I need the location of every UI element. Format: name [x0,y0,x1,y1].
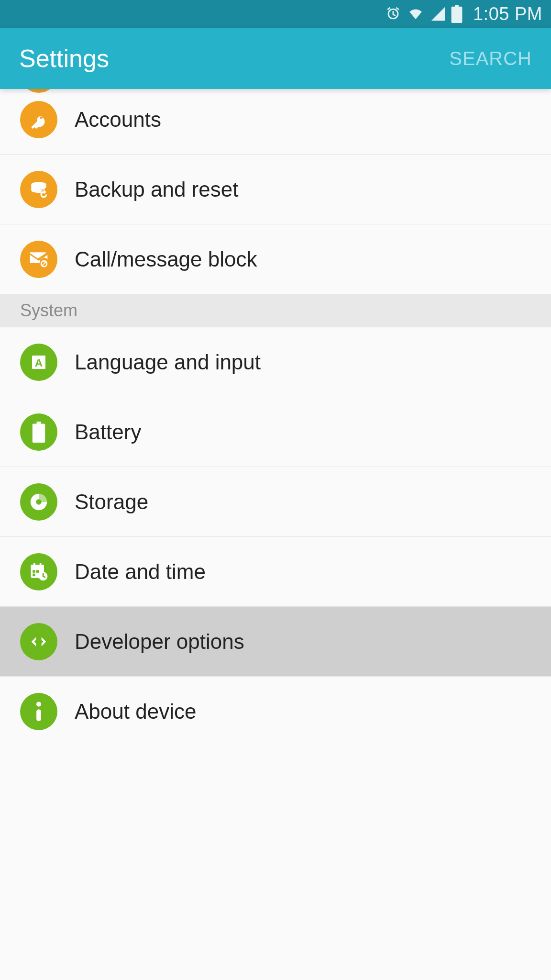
settings-item-label: Language and input [75,350,261,374]
settings-item-label: Battery [75,420,141,444]
status-time: 1:05 PM [473,4,542,24]
settings-item-label: Call/message block [75,247,257,271]
alarm-icon [385,6,401,22]
svg-rect-9 [33,573,35,576]
svg-text:A: A [35,356,43,368]
svg-rect-12 [36,709,41,721]
signal-icon [430,6,446,22]
datetime-icon [20,553,57,590]
settings-list[interactable]: Accessibility Accounts Backup and reset … [0,56,551,746]
settings-item-battery[interactable]: Battery [0,397,551,467]
battery-icon-row [20,413,57,451]
settings-item-storage[interactable]: Storage [0,467,551,536]
settings-item-label: Developer options [75,630,244,654]
settings-item-about[interactable]: About device [0,677,551,746]
svg-rect-5 [33,563,35,566]
about-icon [20,693,57,730]
section-header-system: System [0,294,551,327]
battery-icon [451,5,463,23]
settings-item-language[interactable]: A Language and input [0,327,551,397]
settings-item-label: About device [75,700,196,724]
block-icon [20,241,57,278]
page-title: Settings [19,44,109,73]
svg-point-11 [36,702,41,706]
wifi-icon [406,6,425,22]
key-icon [20,101,57,138]
search-button[interactable]: SEARCH [449,48,532,69]
settings-item-backup-reset[interactable]: Backup and reset [0,155,551,224]
status-icons [385,5,463,23]
language-icon: A [20,344,57,381]
app-bar: Settings SEARCH [0,28,551,89]
settings-item-accounts[interactable]: Accounts [0,85,551,154]
svg-rect-4 [31,565,44,568]
backup-icon [20,171,57,208]
devopts-icon [20,623,57,660]
status-bar: 1:05 PM [0,0,551,28]
settings-item-call-block[interactable]: Call/message block [0,224,551,294]
settings-item-developer-options[interactable]: Developer options [0,607,551,676]
storage-icon [20,483,57,521]
settings-item-label: Backup and reset [75,178,238,201]
svg-rect-6 [40,563,42,566]
settings-item-label: Date and time [75,560,206,584]
settings-item-label: Accounts [75,108,161,132]
svg-rect-7 [33,570,35,573]
svg-rect-8 [36,570,39,573]
svg-point-2 [36,499,42,505]
settings-item-label: Storage [75,490,148,514]
settings-item-datetime[interactable]: Date and time [0,537,551,606]
